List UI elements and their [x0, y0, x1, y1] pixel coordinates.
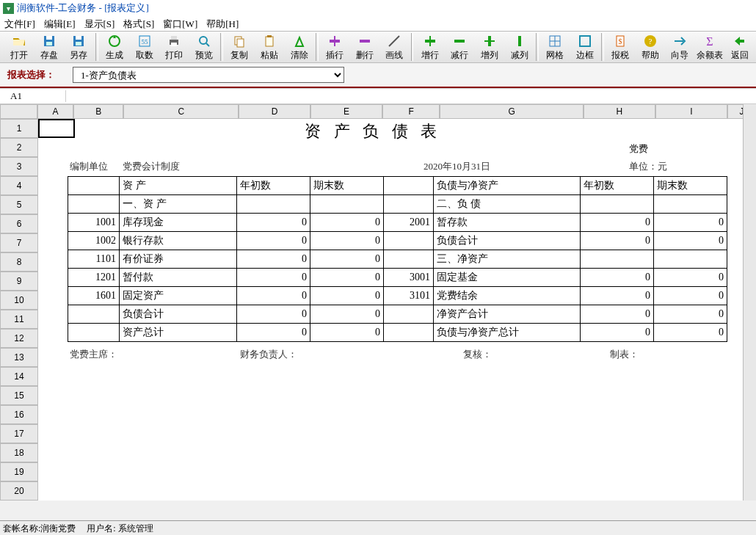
table-row: 1101有价证券00三、净资产	[68, 250, 727, 269]
table-header-row: 资 产 年初数 期末数 负债与净资产 年初数 期末数	[68, 177, 727, 195]
toolbar-copy-button[interactable]: 复制	[225, 33, 254, 62]
row-header-4[interactable]: 4	[0, 176, 38, 195]
toolbar-help-button[interactable]: ?帮助	[636, 33, 665, 62]
toolbar-addcol-button[interactable]: 增列	[476, 33, 504, 62]
menu-file[interactable]: 文件[F]	[4, 18, 35, 29]
toolbar-addrow-button[interactable]: 增行	[415, 33, 444, 62]
table-row: 1001库存现金002001暂存款00	[68, 214, 727, 232]
row-header-3[interactable]: 3	[0, 157, 38, 176]
row-header-2[interactable]: 2	[0, 138, 38, 157]
row-header-19[interactable]: 19	[0, 462, 38, 481]
col-header-E[interactable]: E	[310, 104, 382, 119]
col-header-I[interactable]: I	[655, 104, 727, 119]
table-row: 1002银行存款00负债合计00	[68, 232, 727, 250]
row-header-1[interactable]: 1	[0, 119, 38, 138]
toolbar-minrow-button[interactable]: 减行	[446, 33, 474, 62]
toolbar-insrow-button[interactable]: 插行	[321, 33, 349, 62]
app-icon: ▾	[3, 3, 14, 14]
row-header-12[interactable]: 12	[0, 329, 38, 348]
paste-icon	[262, 34, 277, 48]
table-row: 资产总计00负债与净资产总计00	[68, 324, 727, 342]
col-header-B[interactable]: B	[73, 104, 124, 119]
org-value: 党费会计制度	[120, 159, 182, 175]
toolbar-paste-button[interactable]: 粘贴	[255, 33, 284, 62]
disk-icon	[42, 34, 57, 48]
cell-reference[interactable]: A1	[0, 90, 66, 102]
toolbar-line-button[interactable]: 画线	[380, 33, 409, 62]
toolbar-clear-button[interactable]: 清除	[285, 33, 313, 62]
toolbar-delrow-button[interactable]: 删行	[350, 33, 379, 62]
row-header-10[interactable]: 10	[0, 291, 38, 310]
cell-selection	[38, 119, 75, 138]
row-header-14[interactable]: 14	[0, 367, 38, 386]
toolbar-saveas-button[interactable]: 另存	[65, 33, 93, 62]
svg-text:?: ?	[648, 37, 652, 46]
report-selector[interactable]: 1-资产负债表	[73, 67, 344, 83]
row-header-9[interactable]: 9	[0, 272, 38, 291]
toolbar-back-button[interactable]: 返回	[725, 33, 754, 62]
open-icon	[12, 34, 26, 48]
toolbar-tax-button[interactable]: $报税	[606, 33, 635, 62]
toolbar-border-button[interactable]: 边框	[570, 33, 599, 62]
row-header-11[interactable]: 11	[0, 310, 38, 329]
guide-icon	[672, 34, 687, 48]
svg-rect-10	[171, 36, 177, 40]
col-header-D[interactable]: D	[239, 104, 310, 119]
menu-view[interactable]: 显示[S]	[84, 18, 115, 29]
toolbar-num-button[interactable]: 55取数	[130, 33, 159, 62]
toolbar-preview-button[interactable]: 预览	[190, 33, 219, 62]
status-acct: 润衡党费	[40, 523, 76, 534]
table-row: 1601固定资产003101党费结余00	[68, 287, 727, 305]
row-header-13[interactable]: 13	[0, 348, 38, 367]
svg-rect-4	[76, 36, 81, 40]
toolbar-open-button[interactable]: 打开	[5, 33, 34, 62]
grid-icon	[548, 34, 562, 48]
addcol-icon	[482, 34, 497, 48]
toolbar-print-button[interactable]: 打印	[160, 33, 189, 62]
toolbar-disk-button[interactable]: 存盘	[35, 33, 64, 62]
table-row: 负债合计00净资产合计00	[68, 305, 727, 324]
corner-cell[interactable]	[0, 104, 37, 119]
back-icon	[733, 34, 747, 48]
menu-format[interactable]: 格式[S]	[123, 18, 154, 29]
row-header-6[interactable]: 6	[0, 214, 38, 233]
menu-edit[interactable]: 编辑[E]	[44, 18, 76, 29]
toolbar-gen-button[interactable]: 生成	[101, 33, 129, 62]
menu-help[interactable]: 帮助[H]	[206, 18, 239, 29]
footer-chair: 党费主席：	[68, 346, 120, 363]
toolbar-mincol-button[interactable]: 减列	[505, 33, 534, 62]
col-header-H[interactable]: H	[584, 104, 655, 119]
vertical-scrollbar[interactable]	[743, 104, 756, 501]
insrow-icon	[327, 34, 342, 48]
row-header-8[interactable]: 8	[0, 252, 38, 272]
row-header-5[interactable]: 5	[0, 195, 38, 214]
row-header-16[interactable]: 16	[0, 405, 38, 424]
toolbar-guide-button[interactable]: 向导	[666, 33, 694, 62]
sheet-title: 资 产 负 债 表	[302, 119, 443, 144]
col-header-G[interactable]: G	[440, 104, 584, 119]
row-header-18[interactable]: 18	[0, 443, 38, 462]
table-row: 一、资 产二、负 债	[68, 195, 727, 214]
toolbar-grid-button[interactable]: 网格	[541, 33, 570, 62]
footer-finance: 财务负责人：	[238, 346, 299, 363]
svg-point-12	[200, 37, 207, 44]
col-header-F[interactable]: F	[382, 104, 440, 119]
svg-text:55: 55	[141, 38, 148, 46]
svg-text:$: $	[619, 37, 622, 46]
svg-rect-31	[580, 36, 590, 46]
tagline: 党费	[627, 141, 650, 157]
report-selector-bar: 报表选择： 1-资产负债表	[0, 63, 756, 88]
row-header-20[interactable]: 20	[0, 481, 38, 501]
clear-icon	[292, 34, 307, 48]
row-header-7[interactable]: 7	[0, 233, 38, 252]
col-header-A[interactable]: A	[37, 104, 73, 119]
help-icon: ?	[643, 34, 658, 48]
unit-label: 单位：元	[627, 159, 669, 175]
menu-window[interactable]: 窗口[W]	[163, 18, 197, 29]
col-header-C[interactable]: C	[123, 104, 239, 119]
toolbar-sum-button[interactable]: Σ余额表	[696, 33, 724, 62]
row-header-17[interactable]: 17	[0, 424, 38, 443]
footer-maker: 制表：	[608, 346, 641, 363]
grid[interactable]: 资 产 负 债 表 党费 编制单位 党费会计制度 2020年10月31日 单位：…	[38, 119, 756, 501]
row-header-15[interactable]: 15	[0, 386, 38, 405]
